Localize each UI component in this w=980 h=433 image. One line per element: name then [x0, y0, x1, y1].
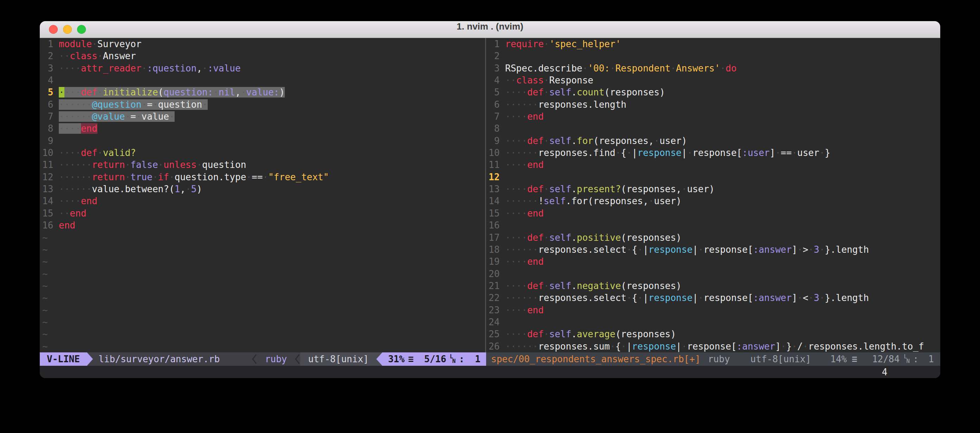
empty-buffer-line: ~	[42, 268, 485, 280]
code-line[interactable]: 7 ····end	[488, 111, 940, 123]
code-line[interactable]: 2 ··class·Answer	[42, 50, 485, 62]
empty-buffer-line: ~	[42, 328, 485, 340]
line-number: 12	[42, 171, 59, 183]
code-text: ··class·Response	[505, 74, 593, 86]
code-line[interactable]: 14 ······!self.for(responses,·user)	[488, 195, 940, 207]
line-number: 15	[42, 207, 59, 219]
code-line[interactable]: 3 ····attr_reader·:question,·:value	[42, 62, 485, 74]
code-line[interactable]: 3 RSpec.describe·'00:·Respondent·Answers…	[488, 62, 940, 74]
code-line[interactable]: 15 ····end	[488, 207, 940, 219]
code-line[interactable]: 9 ····def·self.for(responses,·user)	[488, 135, 940, 147]
code-line[interactable]: 16	[488, 219, 940, 231]
code-text: ······@value·=·value·	[59, 111, 175, 123]
cursor-column: 1	[475, 352, 480, 366]
titlebar[interactable]: 1. nvim . (nvim)	[40, 21, 940, 38]
code-line[interactable]: 14 ····end	[42, 195, 485, 207]
code-text: ····end	[505, 159, 544, 171]
code-line[interactable]: 17 ····def·self.positive(responses)	[488, 232, 940, 244]
file-path: spec/00_respondents_answers_spec.rb[+]	[491, 352, 708, 366]
line-number: 21	[488, 280, 505, 292]
window-title: 1. nvim . (nvim)	[40, 21, 940, 32]
line-number: 13	[42, 183, 59, 195]
code-line[interactable]: 26 ······responses.sum·{·|response|·resp…	[488, 341, 940, 352]
code-line[interactable]: 20	[488, 268, 940, 280]
code-line[interactable]: 24	[488, 316, 940, 328]
tilde-marker: ~	[42, 268, 59, 280]
code-line[interactable]: 8 ····end	[42, 123, 485, 134]
code-line[interactable]: 2	[488, 50, 940, 62]
filetype-indicator: ruby	[708, 352, 730, 366]
tilde-marker: ~	[42, 232, 59, 244]
code-line[interactable]: 10 ····def·valid?	[42, 147, 485, 159]
code-line[interactable]: 13 ······value.between?(1,·5)	[42, 183, 485, 195]
code-line[interactable]: 19 ····end	[488, 256, 940, 267]
pending-command: 4	[882, 366, 888, 378]
file-path: lib/surveyor/answer.rb	[93, 352, 252, 366]
code-text: ····def·self.negative(responses)	[505, 280, 681, 292]
line-number: 17	[488, 232, 505, 244]
code-line[interactable]: 1 require·'spec_helper'	[488, 38, 940, 50]
code-line[interactable]: 7 ······@value·=·value·	[42, 111, 485, 123]
code-text: ······return·true·if·question.type·==·"f…	[59, 171, 329, 183]
line-number: 6	[42, 99, 59, 111]
line-number: 9	[488, 135, 505, 147]
position-indicator: 31% ≡ 5/16 LN : 1	[382, 352, 486, 366]
code-line[interactable]: 12	[488, 171, 940, 183]
minimize-button[interactable]	[63, 25, 72, 34]
colon-separator: :	[913, 352, 919, 366]
code-text: ····def·self.for(responses,·user)	[505, 135, 687, 147]
code-line[interactable]: 12 ······return·true·if·question.type·==…	[42, 171, 485, 183]
buffer-lines-icon: ≡	[852, 352, 858, 366]
editor-pane-left[interactable]: 1 module·Surveyor 2 ··class·Answer 3 ···…	[40, 38, 485, 352]
code-line[interactable]: 9	[42, 135, 485, 147]
code-line[interactable]: 5 ····def·self.count(responses)	[488, 86, 940, 98]
code-line[interactable]: 6 ······@question·=·question·	[42, 99, 485, 111]
desktop: 1. nvim . (nvim) 1 module·Surveyor 2 ··c…	[0, 0, 980, 433]
close-button[interactable]	[49, 25, 58, 34]
code-line[interactable]: 15 ··end	[42, 207, 485, 219]
separator-arrow-icon	[87, 352, 93, 366]
colon-separator: :	[459, 352, 465, 366]
line-number: 4	[488, 74, 505, 86]
code-line[interactable]: 4 ··class·Response	[488, 74, 940, 86]
code-line[interactable]: 22 ······responses.select·{·|response|·r…	[488, 292, 940, 304]
line-number-icon: LN	[450, 354, 455, 365]
line-number: 10	[42, 147, 59, 159]
code-text: ····def·self.positive(responses)	[505, 232, 681, 244]
line-number: 16	[488, 219, 505, 231]
code-text: ····end	[59, 123, 97, 134]
line-number: 14	[42, 195, 59, 207]
code-line[interactable]: 11 ····end	[488, 159, 940, 171]
line-number: 20	[488, 268, 505, 280]
code-line[interactable]: 5 ····def·initialize(question:·nil,·valu…	[42, 86, 485, 98]
line-number: 11	[42, 159, 59, 171]
code-line[interactable]: 13 ····def·self.present?(responses,·user…	[488, 183, 940, 195]
code-line[interactable]: 25 ····def·self.average(responses)	[488, 328, 940, 340]
cursor-position: 12/84	[872, 352, 899, 366]
code-line[interactable]: 8	[488, 123, 940, 134]
code-line[interactable]: 21 ····def·self.negative(responses)	[488, 280, 940, 292]
code-line[interactable]: 1 module·Surveyor	[42, 38, 485, 50]
cursor-column: 1	[928, 352, 934, 366]
code-line[interactable]: 6 ······responses.length	[488, 99, 940, 111]
command-line[interactable]: 4	[40, 366, 940, 378]
line-number: 1	[42, 38, 59, 50]
line-number: 5	[488, 86, 505, 98]
code-line[interactable]: 11 ······return·false·unless·question	[42, 159, 485, 171]
editor-pane-right[interactable]: 1 require·'spec_helper' 2 3 RSpec.descri…	[486, 38, 940, 352]
statusline-active: V-LINE lib/surveyor/answer.rb ruby utf-8…	[40, 352, 486, 366]
tilde-marker: ~	[42, 341, 59, 352]
encoding-indicator: utf-8[unix]	[751, 352, 811, 366]
code-line[interactable]: 10 ······responses.find·{·|response|·res…	[488, 147, 940, 159]
code-line[interactable]: 18 ······responses.select·{·|response|·r…	[488, 244, 940, 256]
terminal-window[interactable]: 1. nvim . (nvim) 1 module·Surveyor 2 ··c…	[40, 21, 940, 378]
tilde-marker: ~	[42, 244, 59, 256]
line-number: 4	[42, 74, 59, 86]
line-number: 19	[488, 256, 505, 267]
code-line[interactable]: 23 ····end	[488, 304, 940, 316]
empty-buffer-line: ~	[42, 280, 485, 292]
code-line[interactable]: 4	[42, 74, 485, 86]
encoding-indicator: utf-8[unix]	[300, 352, 376, 366]
code-line[interactable]: 16 end	[42, 219, 485, 231]
zoom-button[interactable]	[77, 25, 86, 34]
